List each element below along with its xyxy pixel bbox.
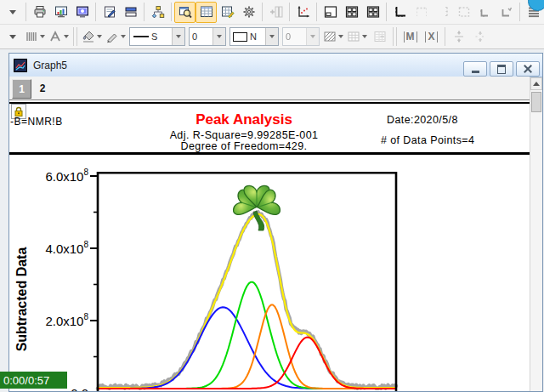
single-layer-layout-icon[interactable]	[320, 2, 341, 23]
left-bottom-axes-icon[interactable]	[389, 2, 411, 23]
window-title: Graph5	[33, 60, 67, 71]
rescale-axes-icon[interactable]	[292, 2, 314, 23]
series-cumulative-fit	[98, 214, 396, 388]
series-fit-peak-2	[98, 282, 396, 389]
series-fit-peak-3	[98, 305, 396, 389]
style-overflow-dropdown-glyph	[6, 30, 20, 43]
apply-formats-icon[interactable]	[369, 26, 390, 48]
fill-color-glyph	[82, 30, 95, 43]
worksheet-view-icon[interactable]	[196, 2, 217, 23]
data-points-text: # of Data Points=4	[381, 134, 474, 146]
greek-text-icon[interactable]	[23, 26, 47, 48]
new-notes-icon[interactable]	[99, 2, 120, 23]
grid-layer-layout-icon[interactable]	[341, 2, 362, 23]
y-axis-title: Subtracted Data	[14, 247, 29, 352]
extract-windows-icon[interactable]: X	[421, 26, 442, 48]
new-notes-glyph	[103, 5, 116, 19]
fill-color-icon[interactable]	[80, 26, 104, 48]
chevron-down-icon	[97, 35, 102, 38]
script-window-icon[interactable]	[217, 2, 238, 23]
restore-button[interactable]	[490, 61, 513, 77]
style-overflow-dropdown[interactable]	[2, 26, 23, 48]
grid-layer-alt-layout-glyph	[366, 5, 380, 19]
box-axes-glyph	[457, 5, 471, 19]
graph-window-titlebar[interactable]: Graph5	[9, 54, 542, 77]
code-builder-icon[interactable]	[238, 2, 259, 23]
print-icon[interactable]	[29, 2, 50, 23]
full-screen-view-icon[interactable]	[71, 2, 93, 23]
toolbar-overflow-dropdown[interactable]	[2, 2, 23, 23]
top-axes-glyph	[415, 5, 428, 19]
border-style-combo[interactable]: N	[230, 27, 279, 46]
top-axes-icon[interactable]	[411, 2, 432, 23]
duplicate-window-icon[interactable]	[120, 2, 141, 23]
horizontal-spacing-icon[interactable]	[469, 26, 490, 48]
add-column-icon[interactable]	[265, 2, 286, 23]
chevron-down-icon	[362, 35, 367, 38]
scroll-up-button[interactable]	[530, 77, 542, 90]
combo-value: S	[149, 31, 160, 42]
single-layer-layout-glyph	[324, 5, 337, 19]
corner-axes-icon[interactable]	[474, 2, 496, 23]
y-tick-label: 6.0x108	[45, 168, 88, 184]
y-tick-label: 2.0x108	[45, 312, 88, 328]
toolbar-separator	[95, 3, 96, 21]
vertical-spacing-icon[interactable]	[448, 26, 469, 48]
toolbar-overflow-dropdown-glyph	[6, 5, 20, 19]
minimize-button[interactable]	[463, 61, 487, 77]
toolbar-separator	[445, 27, 445, 46]
toolbar-separator	[26, 3, 26, 21]
layer-2-button[interactable]: 2	[34, 79, 51, 97]
line-width-combo[interactable]: 0	[189, 27, 226, 46]
close-button[interactable]	[516, 61, 540, 77]
project-explorer-icon[interactable]	[147, 2, 168, 23]
toolbar-separator	[393, 27, 397, 46]
left-bottom-axes-glyph	[394, 5, 407, 19]
line-border-color-icon[interactable]	[104, 26, 128, 48]
vertical-spacing-glyph	[452, 30, 466, 43]
pattern-width-combo[interactable]: 0	[282, 27, 320, 46]
border-swatch	[233, 32, 247, 42]
duplicate-window-glyph	[124, 5, 138, 19]
line-border-color-glyph	[105, 30, 119, 43]
apply-formats-glyph	[373, 30, 387, 43]
right-axes-icon[interactable]	[432, 2, 453, 23]
toolbar-separator	[386, 3, 387, 21]
print-glyph	[33, 5, 47, 19]
vertical-scrollbar[interactable]	[530, 77, 542, 391]
horizontal-spacing-glyph	[473, 30, 487, 43]
pattern-color-glyph	[347, 30, 360, 43]
add-column-glyph	[269, 5, 283, 19]
shamrock-image	[232, 185, 281, 230]
grid-layer-alt-layout-icon[interactable]	[362, 2, 383, 23]
script-window-glyph	[221, 5, 235, 19]
standard-toolbar	[0, 0, 544, 25]
restore-icon	[497, 65, 506, 74]
combo-dropdown-button[interactable]	[172, 28, 184, 45]
combo-value: 0	[283, 31, 293, 42]
merge-windows-icon[interactable]: M	[400, 26, 421, 48]
layer-tab-row: 1 2	[9, 77, 530, 100]
line-style-combo[interactable]: S	[129, 27, 185, 46]
layer-1-button[interactable]: 1	[12, 79, 31, 99]
y-tick-label: 0.0	[71, 386, 88, 392]
pattern-color-icon[interactable]	[345, 26, 369, 48]
combo-dropdown-button[interactable]	[265, 28, 278, 45]
corner-axes-break-icon[interactable]	[496, 2, 517, 23]
chevron-down-icon	[40, 35, 45, 38]
toolbar-separator	[171, 3, 172, 21]
font-color-icon[interactable]	[47, 26, 71, 48]
fill-pattern-icon[interactable]	[321, 26, 345, 48]
box-axes-icon[interactable]	[453, 2, 474, 23]
combo-dropdown-button[interactable]	[306, 28, 319, 45]
series-fit-peak-4	[98, 338, 396, 389]
video-timestamp-overlay: 0:00/0:57	[0, 372, 67, 389]
combo-dropdown-button[interactable]	[212, 28, 225, 45]
grid-layer-layout-glyph	[345, 5, 359, 19]
chevron-down-icon	[176, 35, 181, 38]
rescale-axes-glyph	[297, 5, 310, 19]
scrollbar-thumb[interactable]	[531, 92, 541, 112]
slide-show-icon[interactable]	[50, 2, 71, 23]
result-log-icon[interactable]	[174, 2, 196, 23]
line-style-swatch	[133, 36, 149, 37]
